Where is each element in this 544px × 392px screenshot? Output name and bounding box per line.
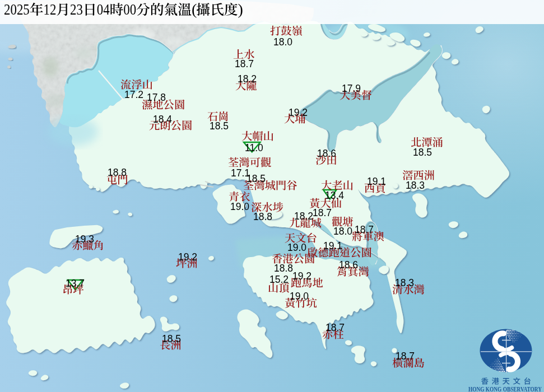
svg-text:15.2: 15.2 [269,274,289,285]
svg-text:19.0: 19.0 [230,201,249,212]
svg-text:2025: 2025 [4,1,30,18]
svg-text:18.2: 18.2 [294,211,313,222]
svg-text:17.8: 17.8 [147,92,166,103]
svg-text:18.5: 18.5 [413,147,432,158]
svg-text:18.8: 18.8 [108,167,127,178]
svg-text:18.0: 18.0 [333,226,352,237]
svg-text:19.2: 19.2 [289,107,308,118]
svg-text:19.1: 19.1 [367,176,386,187]
svg-text:): ) [238,1,243,18]
svg-text:18.7: 18.7 [313,207,332,218]
svg-text:18.5: 18.5 [162,333,181,344]
svg-text:18.8: 18.8 [253,211,272,222]
svg-text:19.0: 19.0 [287,242,306,253]
svg-text:13.4: 13.4 [325,190,344,201]
svg-text:18.3: 18.3 [406,180,425,191]
svg-text:18.5: 18.5 [247,173,266,184]
svg-text:17.2: 17.2 [124,89,143,100]
svg-text:19.2: 19.2 [292,270,311,282]
svg-text:18.7: 18.7 [235,58,254,69]
svg-text:18.6: 18.6 [317,148,336,159]
svg-text:18.8: 18.8 [274,263,293,274]
svg-text:HONG KONG OBSERVATORY: HONG KONG OBSERVATORY [468,385,542,392]
svg-text:19.1: 19.1 [323,240,342,251]
svg-text:18.3: 18.3 [395,277,414,288]
svg-text:11.0: 11.0 [245,142,263,153]
svg-text:04: 04 [97,1,110,18]
svg-text:18.0: 18.0 [273,36,292,48]
svg-text:19.3: 19.3 [75,234,94,245]
svg-text:13.7: 13.7 [66,278,85,289]
svg-text:00: 00 [123,1,136,18]
svg-text:19.2: 19.2 [178,251,197,263]
svg-text:19.0: 19.0 [290,291,309,302]
svg-text:18.7: 18.7 [355,224,374,235]
svg-text:18.6: 18.6 [339,259,358,270]
svg-text:18.4: 18.4 [153,114,172,125]
svg-text:18.2: 18.2 [238,73,257,85]
svg-text:18.7: 18.7 [326,322,345,333]
svg-text:23: 23 [70,1,83,18]
svg-text:18.5: 18.5 [210,120,229,132]
svg-text:(: ( [192,1,197,18]
svg-text:17.9: 17.9 [342,83,361,94]
svg-text:18.7: 18.7 [396,351,415,362]
svg-text:12: 12 [44,1,57,18]
